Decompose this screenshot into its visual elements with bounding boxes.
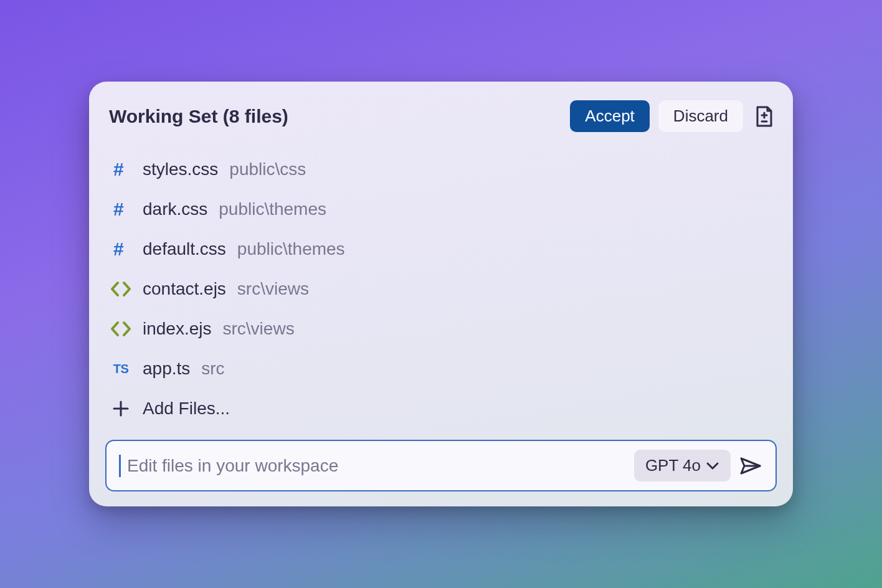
file-name: index.ejs — [143, 319, 212, 339]
chevron-down-icon — [706, 462, 719, 470]
file-row[interactable]: # dark.css public\themes — [105, 189, 777, 229]
file-name: dark.css — [143, 199, 207, 219]
header-actions: Accept Discard — [570, 100, 777, 132]
panel-title: Working Set (8 files) — [109, 106, 288, 127]
file-name: styles.css — [143, 159, 218, 179]
file-row[interactable]: contact.ejs src\views — [105, 269, 777, 309]
file-path: src — [201, 359, 224, 379]
model-selector[interactable]: GPT 4o — [634, 450, 731, 481]
send-button[interactable] — [737, 452, 764, 480]
panel-header: Working Set (8 files) Accept Discard — [105, 100, 777, 132]
plus-icon — [110, 398, 131, 419]
discard-button[interactable]: Discard — [658, 100, 743, 132]
accept-button[interactable]: Accept — [570, 100, 650, 132]
prompt-input-bar[interactable]: Edit files in your workspace GPT 4o — [105, 440, 777, 491]
text-caret — [119, 455, 121, 477]
ejs-file-icon — [110, 278, 131, 300]
file-path: src\views — [223, 319, 295, 339]
file-row[interactable]: TS app.ts src — [105, 349, 777, 389]
file-path: public\css — [229, 159, 306, 179]
file-path: src\views — [237, 279, 309, 299]
working-set-panel: Working Set (8 files) Accept Discard # s… — [89, 82, 793, 506]
file-path: public\themes — [237, 239, 345, 259]
diff-icon-button[interactable] — [752, 104, 777, 129]
add-files-label: Add Files... — [143, 399, 230, 419]
file-name: contact.ejs — [143, 279, 226, 299]
css-file-icon: # — [110, 199, 131, 220]
file-name: default.css — [143, 239, 226, 259]
add-files-button[interactable]: Add Files... — [105, 389, 777, 429]
file-row[interactable]: # default.css public\themes — [105, 229, 777, 269]
prompt-placeholder: Edit files in your workspace — [127, 456, 628, 476]
file-row[interactable]: index.ejs src\views — [105, 309, 777, 349]
ejs-file-icon — [110, 318, 131, 339]
file-path: public\themes — [219, 199, 326, 219]
model-label: GPT 4o — [645, 456, 701, 475]
ts-file-icon: TS — [110, 358, 131, 379]
css-file-icon: # — [110, 159, 131, 180]
svg-text:#: # — [113, 240, 124, 258]
css-file-icon: # — [110, 239, 131, 260]
diff-icon — [755, 106, 774, 127]
svg-text:#: # — [113, 200, 124, 219]
svg-text:#: # — [113, 160, 124, 179]
send-icon — [739, 456, 762, 476]
file-list: # styles.css public\css # dark.css publi… — [105, 149, 777, 429]
file-name: app.ts — [143, 359, 190, 379]
file-row[interactable]: # styles.css public\css — [105, 149, 777, 189]
